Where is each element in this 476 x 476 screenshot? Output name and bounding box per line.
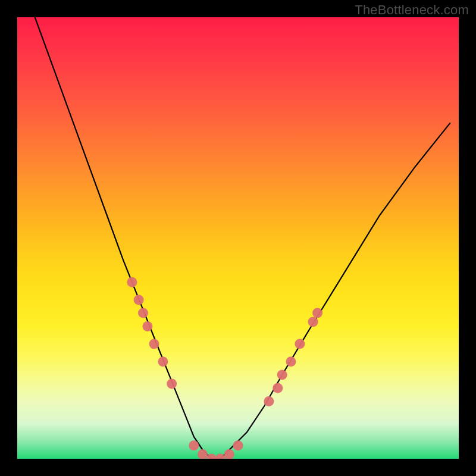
chart-frame: TheBottleneck.com — [0, 0, 476, 476]
watermark-text: TheBottleneck.com — [355, 2, 469, 18]
plot-area — [17, 17, 459, 459]
